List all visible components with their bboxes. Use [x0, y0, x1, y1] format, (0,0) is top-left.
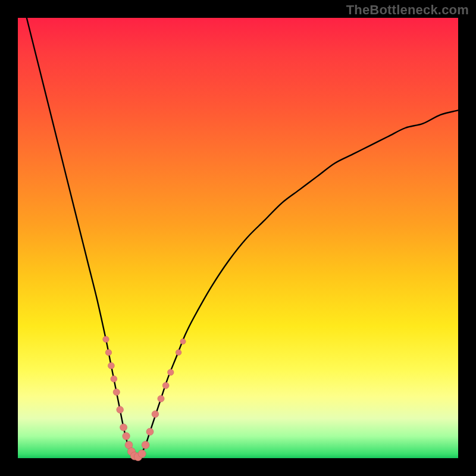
- watermark-text: TheBottleneck.com: [346, 2, 469, 18]
- curve-marker: [180, 339, 186, 344]
- curve-marker: [162, 383, 169, 389]
- curve-marker: [120, 424, 127, 431]
- plot-area: [18, 18, 458, 458]
- curve-marker: [138, 450, 146, 458]
- curve-marker: [146, 428, 154, 436]
- curve-marker: [176, 350, 181, 356]
- curve-marker: [142, 441, 149, 449]
- curve-marker: [113, 389, 120, 395]
- curve-markers: [103, 336, 186, 461]
- curve-marker: [123, 433, 130, 440]
- bottleneck-curve: [27, 18, 458, 458]
- chart-frame: TheBottleneck.com: [0, 0, 476, 476]
- curve-marker: [105, 349, 111, 355]
- curve-marker: [111, 375, 117, 382]
- curve-marker: [152, 411, 159, 418]
- curve-svg: [18, 18, 458, 458]
- curve-marker: [117, 406, 124, 414]
- curve-marker: [108, 362, 114, 369]
- curve-marker: [158, 396, 164, 402]
- curve-marker: [103, 336, 109, 342]
- curve-marker: [168, 369, 174, 375]
